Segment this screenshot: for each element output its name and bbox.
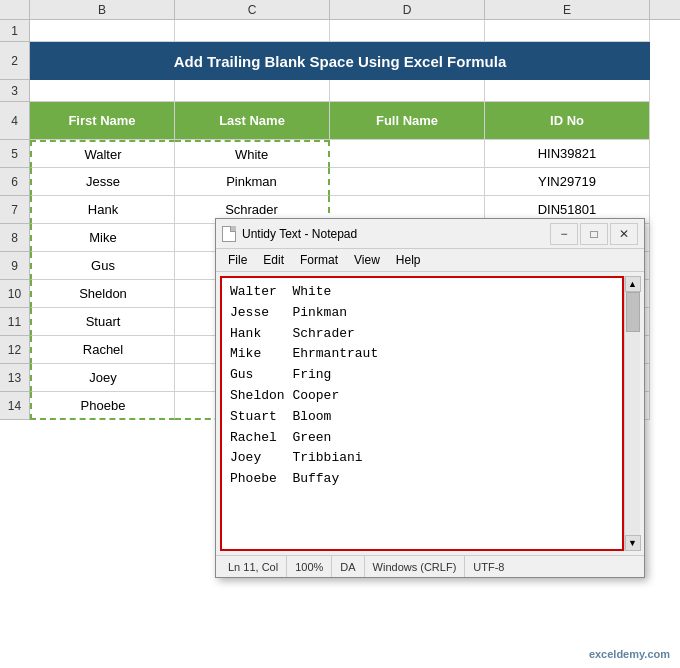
- row-num-2: 2: [0, 42, 29, 80]
- row-num-12: 12: [0, 336, 29, 364]
- scrollbar-thumb[interactable]: [626, 292, 640, 332]
- row-num-13: 13: [0, 364, 29, 392]
- row-num-3: 3: [0, 80, 29, 102]
- cell-e3[interactable]: [485, 80, 650, 102]
- scroll-up-arrow[interactable]: ▲: [625, 276, 641, 292]
- cell-b7[interactable]: Hank: [30, 196, 175, 224]
- row-2: Add Trailing Blank Space Using Excel For…: [30, 42, 680, 80]
- cell-d5[interactable]: [330, 140, 485, 168]
- menu-help[interactable]: Help: [388, 251, 429, 269]
- header-last-name: Last Name: [175, 102, 330, 140]
- title-cell: Add Trailing Blank Space Using Excel For…: [30, 42, 650, 80]
- col-header-b: B: [30, 0, 175, 19]
- notepad-title-left: Untidy Text - Notepad: [222, 226, 357, 242]
- cell-b6[interactable]: Jesse: [30, 168, 175, 196]
- row-headers: 1 2 3 4 5 6 7 8 9 10 11 12 13 14: [0, 20, 30, 420]
- menu-format[interactable]: Format: [292, 251, 346, 269]
- cell-b8[interactable]: Mike: [30, 224, 175, 252]
- status-zoom: 100%: [287, 556, 332, 577]
- close-button[interactable]: ✕: [610, 223, 638, 245]
- menu-file[interactable]: File: [220, 251, 255, 269]
- row-5: Walter White HIN39821: [30, 140, 680, 168]
- cell-b11[interactable]: Stuart: [30, 308, 175, 336]
- row-num-6: 6: [0, 168, 29, 196]
- cell-b14[interactable]: Phoebe: [30, 392, 175, 420]
- scroll-down-arrow[interactable]: ▼: [625, 535, 641, 551]
- status-da: DA: [332, 556, 364, 577]
- cell-b5[interactable]: Walter: [30, 140, 175, 168]
- cell-e1[interactable]: [485, 20, 650, 42]
- cell-d3[interactable]: [330, 80, 485, 102]
- row-num-14: 14: [0, 392, 29, 420]
- col-header-d: D: [330, 0, 485, 19]
- notepad-titlebar: Untidy Text - Notepad − □ ✕: [216, 219, 644, 249]
- row-num-11: 11: [0, 308, 29, 336]
- menu-view[interactable]: View: [346, 251, 388, 269]
- cell-b1[interactable]: [30, 20, 175, 42]
- notepad-statusbar: Ln 11, Col 100% DA Windows (CRLF) UTF-8: [216, 555, 644, 577]
- notepad-menubar: File Edit Format View Help: [216, 249, 644, 272]
- row-num-4: 4: [0, 102, 29, 140]
- minimize-button[interactable]: −: [550, 223, 578, 245]
- row-num-9: 9: [0, 252, 29, 280]
- cell-b3[interactable]: [30, 80, 175, 102]
- row-4: First Name Last Name Full Name ID No: [30, 102, 680, 140]
- notepad-text-area[interactable]: Walter White Jesse Pinkman Hank Schrader…: [220, 276, 624, 551]
- maximize-button[interactable]: □: [580, 223, 608, 245]
- status-line-ending: Windows (CRLF): [365, 556, 466, 577]
- status-encoding: UTF-8: [465, 556, 512, 577]
- scrollbar-track[interactable]: [625, 292, 640, 535]
- cell-d1[interactable]: [330, 20, 485, 42]
- window-controls: − □ ✕: [550, 223, 638, 245]
- row-num-7: 7: [0, 196, 29, 224]
- cell-b9[interactable]: Gus: [30, 252, 175, 280]
- status-ln: Ln 11, Col: [220, 556, 287, 577]
- cell-d6[interactable]: [330, 168, 485, 196]
- row-3: [30, 80, 680, 102]
- cell-c6[interactable]: Pinkman: [175, 168, 330, 196]
- cell-b10[interactable]: Sheldon: [30, 280, 175, 308]
- header-first-name: First Name: [30, 102, 175, 140]
- row-1: [30, 20, 680, 42]
- header-full-name: Full Name: [330, 102, 485, 140]
- row-6: Jesse Pinkman YIN29719: [30, 168, 680, 196]
- watermark: exceldemy.com: [589, 648, 670, 660]
- row-num-5: 5: [0, 140, 29, 168]
- col-header-c: C: [175, 0, 330, 19]
- row-num-10: 10: [0, 280, 29, 308]
- notepad-title: Untidy Text - Notepad: [242, 227, 357, 241]
- cell-c5[interactable]: White: [175, 140, 330, 168]
- cell-c3[interactable]: [175, 80, 330, 102]
- cell-b12[interactable]: Rachel: [30, 336, 175, 364]
- cell-c1[interactable]: [175, 20, 330, 42]
- header-id-no: ID No: [485, 102, 650, 140]
- cell-e5[interactable]: HIN39821: [485, 140, 650, 168]
- menu-edit[interactable]: Edit: [255, 251, 292, 269]
- row-num-8: 8: [0, 224, 29, 252]
- cell-b13[interactable]: Joey: [30, 364, 175, 392]
- notepad-window: Untidy Text - Notepad − □ ✕ File Edit Fo…: [215, 218, 645, 578]
- col-header-row: B C D E: [0, 0, 680, 20]
- col-header-e: E: [485, 0, 650, 19]
- cell-e6[interactable]: YIN29719: [485, 168, 650, 196]
- row-num-1: 1: [0, 20, 29, 42]
- notepad-content-area: Walter White Jesse Pinkman Hank Schrader…: [216, 272, 644, 555]
- notepad-file-icon: [222, 226, 236, 242]
- corner-cell: [0, 0, 30, 19]
- notepad-scrollbar[interactable]: ▲ ▼: [624, 276, 640, 551]
